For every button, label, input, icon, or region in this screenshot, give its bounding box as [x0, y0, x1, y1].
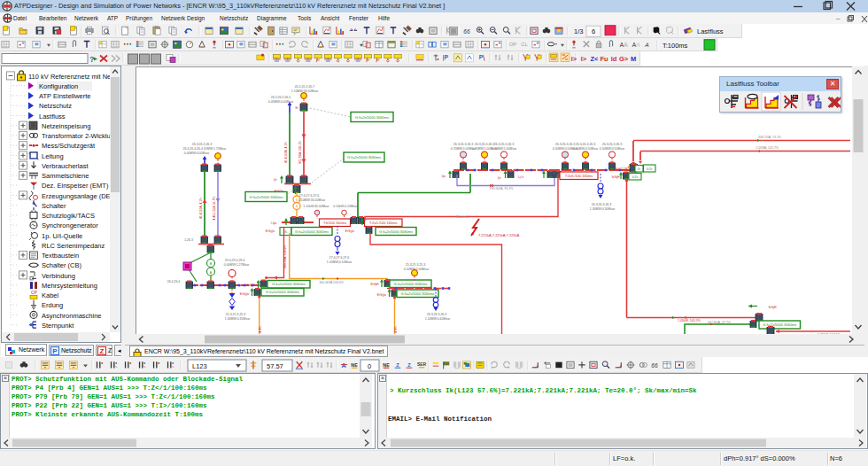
- svg-text:66: 66: [463, 28, 470, 35]
- svg-text:Schutzlogik/TACS: Schutzlogik/TACS: [42, 212, 95, 220]
- svg-text:29.4,29.4,29.4: 29.4,29.4,29.4: [225, 259, 244, 262]
- svg-text:G>: G>: [619, 55, 629, 63]
- svg-text:0.10kW;0.10Mvar: 0.10kW;0.10Mvar: [333, 205, 358, 208]
- svg-text:1.05/8A, 102.7%: 1.05/8A, 102.7%: [756, 146, 779, 150]
- svg-text:Netzschutz: Netzschutz: [39, 102, 72, 110]
- svg-text:2.10MW;34.50Mvar: 2.10MW;34.50Mvar: [291, 89, 319, 93]
- svg-text:Schalter: Schalter: [42, 202, 66, 210]
- svg-text:66: 66: [651, 362, 658, 369]
- svg-text:A: A: [644, 42, 650, 48]
- svg-text:26.3,26.3,26.3: 26.3,26.3,26.3: [453, 143, 473, 146]
- svg-text:T:2s/L/100 160ms: T:2s/L/100 160ms: [369, 221, 398, 225]
- svg-text:26,5;26,5;26,5: 26,5;26,5;26,5: [271, 96, 291, 99]
- svg-text:1p. U/I-Quelle: 1p. U/I-Quelle: [42, 232, 82, 240]
- svg-text:CL: CL: [521, 42, 527, 47]
- svg-text:Ij<: Ij<: [498, 176, 501, 180]
- svg-text:0.50MW;0.50Mvar: 0.50MW;0.50Mvar: [600, 147, 625, 151]
- svg-text:Verbraucherlast: Verbraucherlast: [42, 162, 89, 170]
- svg-text:4.9%: 4.9%: [394, 326, 398, 333]
- svg-text:ErSjH: ErSjH: [246, 283, 255, 287]
- svg-text:26.3,26.3,26.3: 26.3,26.3,26.3: [576, 143, 595, 146]
- svg-text:Mess/Schutzgerät: Mess/Schutzgerät: [42, 142, 96, 150]
- svg-text:26.3,26.3,26.3: 26.3,26.3,26.3: [494, 143, 514, 146]
- svg-text:Schalter (CB): Schalter (CB): [42, 261, 82, 269]
- svg-text:Sammelschiene: Sammelschiene: [42, 172, 89, 180]
- svg-text:ErSj{w: ErSj{w: [266, 229, 275, 233]
- svg-text:26.3,26.3,26.3: 26.3,26.3,26.3: [592, 203, 611, 206]
- svg-text:NE: NE: [351, 362, 358, 368]
- svg-text:G fi=2s/5000 3060ms: G fi=2s/5000 3060ms: [355, 115, 389, 120]
- svg-text:?: ?: [89, 55, 95, 64]
- svg-text:7.221kA;7.221kA;7.221kA: 7.221kA;7.221kA;7.221kA: [478, 233, 520, 237]
- svg-text:446.7/0A, 74.1%: 446.7/0A, 74.1%: [758, 136, 781, 139]
- svg-text:T:fi/100 160ms: T:fi/100 160ms: [323, 221, 346, 225]
- svg-text:Konfiguration: Konfiguration: [39, 82, 78, 90]
- svg-text:T:100ms: T:100ms: [663, 42, 688, 50]
- svg-text:Leitung: Leitung: [42, 152, 64, 160]
- svg-text:Ijw: Ijw: [442, 175, 446, 178]
- svg-text:A: A: [636, 41, 642, 48]
- svg-text:Er: Er: [296, 106, 299, 110]
- svg-text:Lastfluss: Lastfluss: [697, 27, 724, 35]
- svg-text:0: 0: [368, 362, 371, 370]
- svg-text:ErSj{w: ErSj{w: [345, 229, 355, 233]
- svg-text:Z: Z: [407, 362, 411, 368]
- svg-text:1.30MW;0.35Mvar: 1.30MW;0.35Mvar: [225, 317, 251, 321]
- svg-text:ErSj{w: ErSj{w: [377, 293, 387, 297]
- svg-text:26.3,26.3,26.3: 26.3,26.3,26.3: [555, 143, 575, 146]
- svg-text:Lj#s: Lj#s: [518, 175, 524, 179]
- svg-text:0.00MW;0.00Mvar: 0.00MW;0.00Mvar: [184, 151, 210, 155]
- svg-text:1.30MW;0.30Mvar: 1.30MW;0.30Mvar: [590, 207, 616, 211]
- svg-text:NE: NE: [383, 362, 390, 368]
- svg-text:Fu: Fu: [600, 55, 608, 63]
- svg-text:1.10MW;0.10Mvar: 1.10MW;0.10Mvar: [327, 260, 353, 264]
- svg-text:1.05kW, 105.5%: 1.05kW, 105.5%: [678, 319, 701, 322]
- svg-text:ErSj{w: ErSj{w: [240, 292, 250, 296]
- svg-text:921.7/8A, 105.1%: 921.7/8A, 105.1%: [298, 141, 302, 164]
- svg-text:27.6,27.6,27.6: 27.6,27.6,27.6: [299, 194, 319, 198]
- svg-text:SrSjH: SrSjH: [768, 306, 777, 309]
- svg-text:G fi=2s/5000 3060ms: G fi=2s/5000 3060ms: [379, 229, 413, 234]
- svg-text:6: 6: [592, 27, 595, 35]
- svg-text:SER: SER: [417, 362, 427, 367]
- svg-text:Z: Z: [100, 347, 105, 355]
- svg-text:ErSjH: ErSjH: [370, 283, 379, 286]
- svg-text:190.5kVA, 95.3%: 190.5kVA, 95.3%: [490, 187, 514, 190]
- svg-text:0.70MW;1.00Mvar: 0.70MW;1.00Mvar: [492, 147, 517, 151]
- svg-text:0.50MW;0.50Mvar: 0.50MW;0.50Mvar: [573, 147, 599, 151]
- svg-text:G fi=2s/5000 3060ms: G fi=2s/5000 3060ms: [266, 290, 299, 294]
- svg-text:I>: I>: [581, 55, 587, 63]
- svg-text:G fi=2s/5000 3060ms: G fi=2s/5000 3060ms: [400, 291, 434, 296]
- svg-text:26.3,26.3,26.3: 26.3,26.3,26.3: [427, 313, 446, 316]
- svg-text:G fi=2s/5000 3060ms: G fi=2s/5000 3060ms: [272, 282, 306, 286]
- svg-text:A: A: [296, 205, 298, 208]
- svg-text:45,5 45,3 45,7: 45,5 45,3 45,7: [295, 85, 314, 89]
- svg-text:Erdung: Erdung: [42, 301, 63, 309]
- svg-text:OP: OP: [509, 42, 516, 47]
- svg-text:41.4,110A, 4.1%: 41.4,110A, 4.1%: [199, 198, 203, 219]
- svg-text:Erzeugungsanlage (DEA): Erzeugungsanlage (DEA): [42, 192, 118, 200]
- svg-text:P: P: [52, 347, 58, 355]
- svg-text:ErU2#M: ErU2#M: [616, 167, 628, 171]
- svg-text:1.10MW;35.00Mvar: 1.10MW;35.00Mvar: [298, 198, 326, 202]
- svg-text:Sternpunkt: Sternpunkt: [42, 322, 74, 330]
- svg-text:26.4,26.4: 26.4,26.4: [167, 280, 181, 283]
- svg-text:1.10MW;0.40Mvar: 1.10MW;0.40Mvar: [425, 317, 451, 321]
- svg-text:26.3,26.3,26.3: 26.3,26.3,26.3: [602, 143, 622, 146]
- svg-text:0.00MW;1.27Mvar: 0.00MW;1.27Mvar: [224, 263, 250, 267]
- svg-text:1.10kW;35.00Mvar: 1.10kW;35.00Mvar: [303, 205, 329, 208]
- svg-text:G fi=2s/5000 3060ms: G fi=2s/5000 3060ms: [393, 282, 427, 286]
- svg-text:0.10MW;1.00Mvar: 0.10MW;1.00Mvar: [404, 268, 430, 271]
- svg-text:P: P: [479, 54, 484, 60]
- svg-text:Dez. Einspeiser (EMT): Dez. Einspeiser (EMT): [42, 182, 109, 190]
- svg-text:160-0kVA 100.0%: 160-0kVA 100.0%: [319, 281, 344, 284]
- svg-text:Transformator 2-Wicklung: Transformator 2-Wicklung: [42, 132, 118, 140]
- svg-text:G fi=2s/5000 3060ms: G fi=2s/5000 3060ms: [763, 322, 796, 327]
- svg-text:RLC Serienimpedanz: RLC Serienimpedanz: [42, 242, 105, 250]
- svg-text:57.57: 57.57: [267, 362, 283, 370]
- svg-text:1,26.3: 1,26.3: [184, 238, 193, 242]
- svg-text:609.1/8A, 129.5%: 609.1/8A, 129.5%: [283, 245, 287, 268]
- svg-text:Asynchronmaschine: Asynchronmaschine: [42, 312, 102, 320]
- svg-text:Synchrongenerator: Synchrongenerator: [42, 221, 98, 229]
- svg-text:B: B: [296, 198, 298, 202]
